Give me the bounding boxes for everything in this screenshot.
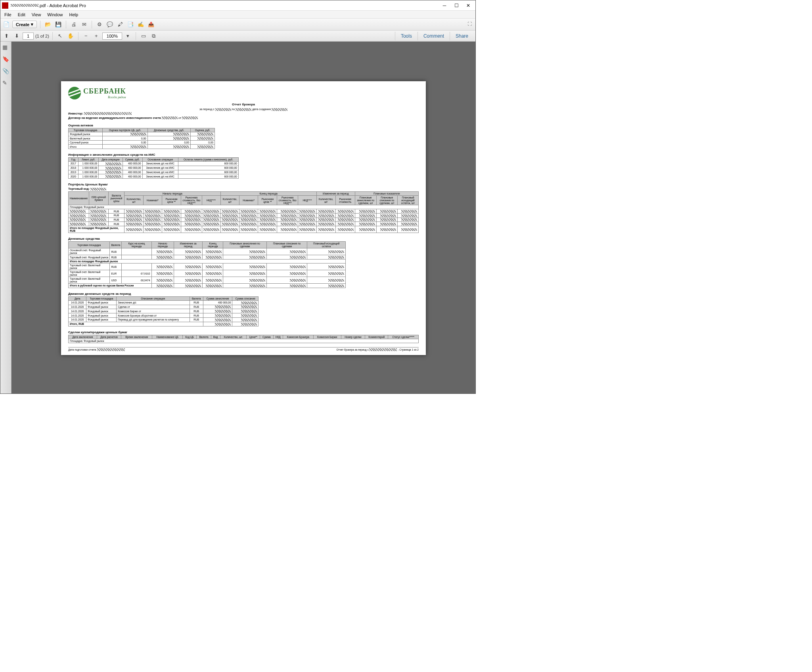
- zoom-input[interactable]: [102, 32, 122, 40]
- signatures-icon[interactable]: ✎: [2, 80, 10, 87]
- investor-line: Инвестор:: [68, 112, 419, 115]
- minimize-button[interactable]: ─: [439, 2, 450, 9]
- bank-logo: СБЕРБАНК Всегда рядом: [68, 87, 126, 99]
- stamp-icon[interactable]: 📑: [126, 20, 135, 29]
- fit-page-icon[interactable]: ▭: [139, 32, 148, 40]
- page-footer: Дата подготовки отчета Отчет брокера за …: [68, 347, 419, 351]
- save-icon[interactable]: 💾: [54, 20, 63, 29]
- logo-tagline: Всегда рядом: [83, 95, 126, 99]
- open-icon[interactable]: 📂: [44, 20, 52, 29]
- comment-link[interactable]: Comment: [417, 32, 450, 40]
- gear-icon[interactable]: ⚙: [95, 20, 104, 29]
- menu-view[interactable]: View: [29, 11, 44, 18]
- menu-file[interactable]: File: [1, 11, 15, 18]
- page-of-label: (1 of 2): [35, 34, 49, 38]
- email-icon[interactable]: ✉: [80, 20, 88, 29]
- pointer-icon[interactable]: ↖: [56, 32, 65, 40]
- zoom-dropdown-icon[interactable]: ▾: [124, 32, 132, 40]
- bookmarks-icon[interactable]: 🔖: [2, 56, 10, 63]
- deposits-table: ГодЛимит, руб.Дата операцииСумма, руб.Ос…: [68, 157, 239, 179]
- attachments-icon[interactable]: 📎: [2, 68, 10, 75]
- app-window: .pdf - Adobe Acrobat Pro ─ ☐ ✕ File Edit…: [0, 0, 476, 394]
- sign-icon[interactable]: ✍: [136, 20, 145, 29]
- pdf-icon[interactable]: 📄: [2, 20, 11, 29]
- deals-table: Дата заключенияДата расчетовВремя заключ…: [68, 335, 419, 343]
- maximize-button[interactable]: ☐: [451, 2, 462, 9]
- thumbnails-icon[interactable]: ▦: [2, 44, 10, 51]
- tools-link[interactable]: Tools: [395, 32, 417, 40]
- create-button[interactable]: Create ▾: [12, 21, 37, 28]
- portfolio-table: НаименованиеISIN ценной бумагиВалюта рын…: [68, 191, 419, 233]
- section-moves: Движение денежных средств за период: [68, 292, 419, 296]
- page-up-icon[interactable]: ⬆: [2, 32, 11, 40]
- logo-mark-icon: [68, 87, 81, 99]
- report-title: Отчет брокера: [68, 103, 419, 106]
- menu-edit[interactable]: Edit: [15, 11, 29, 18]
- section-deals: Сделки купли/продажи ценных бумаг: [68, 330, 419, 334]
- contract-line: Договор на ведение индивидуального инвес…: [68, 116, 419, 120]
- fit-width-icon[interactable]: ⧉: [149, 32, 158, 40]
- section-cash: Денежные средства: [68, 237, 419, 241]
- window-title: .pdf - Adobe Acrobat Pro: [38, 3, 439, 8]
- page-number-input[interactable]: [23, 32, 34, 40]
- document-viewer[interactable]: СБЕРБАНК Всегда рядом Отчет брокера за п…: [11, 42, 475, 393]
- share-link[interactable]: Share: [450, 32, 474, 40]
- close-button[interactable]: ✕: [463, 2, 474, 9]
- toolbar-primary: 📄 Create ▾ 📂 💾 🖨 ✉ ⚙ 💬 🖍 📑 ✍ 📤 ⛶: [0, 19, 475, 31]
- cash-table: Торговая площадкаВалютаКурс на конец пер…: [68, 241, 346, 288]
- page-down-icon[interactable]: ⬇: [12, 32, 21, 40]
- create-label: Create: [16, 22, 29, 27]
- section-portfolio: Портфель Ценных Бумаг: [68, 183, 419, 186]
- sidebar: ▦ 🔖 📎 ✎: [0, 42, 11, 393]
- app-icon: [2, 2, 8, 9]
- file-name-redacted: [11, 4, 38, 7]
- hand-icon[interactable]: ✋: [66, 32, 75, 40]
- toolbar-nav: ⬆ ⬇ (1 of 2) ↖ ✋ − + ▾ ▭ ⧉ Tools Comment…: [0, 31, 475, 42]
- zoom-in-icon[interactable]: +: [92, 32, 101, 40]
- main-area: ▦ 🔖 📎 ✎ СБЕРБАНК Всегда рядом Отчет брок…: [0, 42, 475, 393]
- fullscreen-icon[interactable]: ⛶: [467, 21, 474, 28]
- menu-help[interactable]: Help: [66, 11, 81, 18]
- report-subtitle: за период с по дата создания: [68, 108, 419, 111]
- export-icon[interactable]: 📤: [147, 20, 155, 29]
- logo-name: СБЕРБАНК: [83, 87, 126, 95]
- print-icon[interactable]: 🖨: [69, 20, 78, 29]
- menu-window[interactable]: Window: [44, 11, 66, 18]
- menubar: File Edit View Window Help: [0, 11, 475, 19]
- moves-table: ДатаТорговая площадкаОписание операцииВа…: [68, 296, 259, 326]
- zoom-out-icon[interactable]: −: [82, 32, 90, 40]
- comment-bubble-icon[interactable]: 💬: [105, 20, 114, 29]
- trade-code: Торговый код:: [68, 187, 419, 191]
- assets-table: Торговая площадкаОценка портфеля ЦБ, руб…: [68, 128, 215, 149]
- titlebar: .pdf - Adobe Acrobat Pro ─ ☐ ✕: [0, 0, 475, 11]
- highlight-icon[interactable]: 🖍: [116, 20, 124, 29]
- pdf-page: СБЕРБАНК Всегда рядом Отчет брокера за п…: [61, 81, 426, 355]
- section-deposits: Информация о зачислениях денежных средст…: [68, 153, 419, 157]
- section-assets: Оценка активов: [68, 124, 419, 127]
